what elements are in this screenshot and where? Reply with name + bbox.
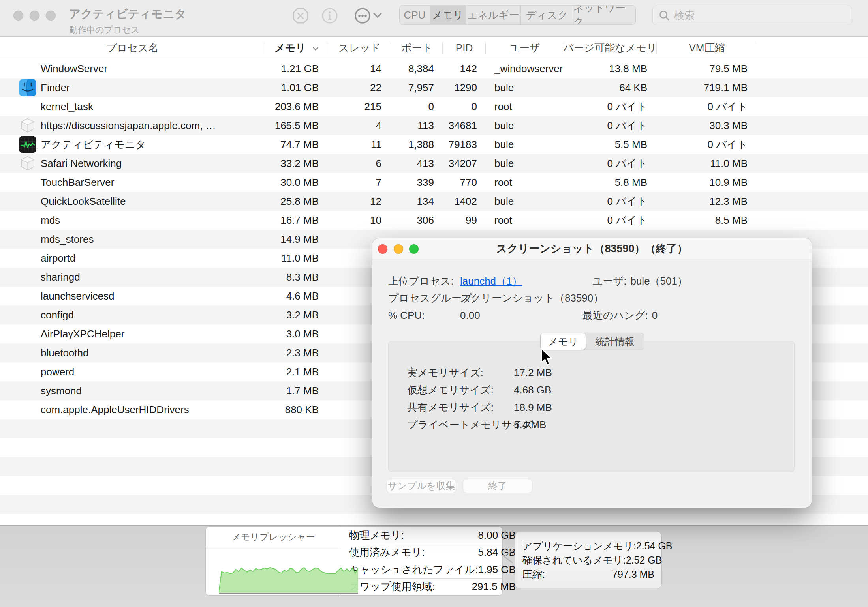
parent-process-link[interactable]: launchd（1） — [460, 275, 522, 287]
dialog-zoom-button[interactable] — [409, 244, 419, 254]
vm-compressed-cell: 0 バイト — [657, 135, 757, 154]
dialog-tab-memory[interactable]: メモリ — [541, 333, 586, 350]
dialog-tab-statistics[interactable]: 統計情報 — [586, 333, 644, 350]
process-row[interactable]: mds16.7 MB1030699root0 バイト8.5 MB — [0, 211, 868, 230]
column-header-user[interactable]: ユーザ — [486, 37, 563, 59]
memory-cell: 3.2 MB — [265, 305, 328, 324]
process-name-cell: WindowServer — [0, 59, 265, 78]
memory-pressure-section: メモリプレッシャー — [206, 527, 341, 595]
user-cell: bule — [486, 116, 563, 135]
web-content-icon — [19, 117, 36, 134]
process-name: configd — [41, 309, 74, 321]
process-name-cell: kernel_task — [0, 97, 265, 116]
toolbar: アクティビティモニタ 動作中のプロセス CPU メモリ エネルギー ディスク ネ… — [0, 0, 868, 37]
real-memory-value: 17.2 MB — [514, 367, 552, 378]
process-row[interactable]: QuickLookSatellite25.8 MB121341402bule0 … — [0, 192, 868, 211]
memory-cell: 4.6 MB — [265, 287, 328, 305]
dialog-close-button[interactable] — [378, 244, 387, 254]
private-memory-value: 5.4 MB — [514, 419, 546, 430]
column-header-pid[interactable]: PID — [443, 37, 486, 59]
column-header-vm-compressed[interactable]: VM圧縮 — [657, 37, 757, 59]
process-name: Finder — [41, 82, 70, 94]
memory-cell: 880 KB — [265, 400, 328, 419]
user-cell: bule — [486, 192, 563, 211]
memory-cell: 2.3 MB — [265, 343, 328, 362]
ports-cell: 8,384 — [391, 59, 443, 78]
vm-compressed-cell: 0 バイト — [657, 97, 757, 116]
process-row[interactable]: kernel_task203.6 MB21500root0 バイト0 バイト — [0, 97, 868, 116]
threads-cell: 10 — [328, 211, 391, 230]
process-name: sysmond — [41, 385, 82, 397]
vm-compressed-cell: 8.5 MB — [657, 211, 757, 230]
tab-memory[interactable]: メモリ — [430, 6, 466, 24]
process-name-cell: com.apple.AppleUserHIDDrivers — [0, 400, 265, 419]
memory-summary-stats: 物理メモリ:8.00 GB 使用済みメモリ:5.84 GB キャッシュされたファ… — [341, 527, 522, 595]
tab-cpu[interactable]: CPU — [400, 6, 430, 24]
process-name: com.apple.AppleUserHIDDrivers — [41, 404, 189, 416]
process-name: アクティビティモニタ — [41, 139, 146, 150]
threads-cell: 14 — [328, 59, 391, 78]
process-name: Safari Networking — [41, 157, 122, 169]
column-header-memory[interactable]: メモリ — [265, 37, 328, 59]
inspect-process-button[interactable] — [321, 7, 338, 24]
column-header-filler — [757, 37, 868, 59]
window-subtitle: 動作中のプロセス — [69, 24, 186, 36]
window-close-button[interactable] — [13, 11, 23, 21]
process-row[interactable]: アクティビティモニタ74.7 MB111,38879183bule5.5 MB0… — [0, 135, 868, 154]
memory-cell: 14.9 MB — [265, 230, 328, 249]
search-input[interactable] — [674, 9, 844, 22]
chevron-down-icon[interactable] — [373, 12, 382, 20]
column-header-ports[interactable]: ポート — [391, 37, 443, 59]
tab-disk[interactable]: ディスク — [520, 6, 573, 24]
user-cell: bule — [486, 78, 563, 97]
process-name-cell: QuickLookSatellite — [0, 192, 265, 211]
memory-cell: 203.6 MB — [265, 97, 328, 116]
column-header-threads[interactable]: スレッド — [328, 37, 391, 59]
window-zoom-button[interactable] — [46, 11, 56, 21]
quit-button[interactable]: 終了 — [463, 479, 532, 493]
user-cell: root — [486, 173, 563, 192]
process-row[interactable]: https://discussionsjapan.apple.com, …165… — [0, 116, 868, 135]
column-header-purgeable-memory[interactable]: パージ可能なメモリ — [563, 37, 657, 59]
purgeable-cell: 0 バイト — [563, 211, 657, 230]
vm-compressed-cell: 719.1 MB — [657, 78, 757, 97]
process-name: WindowServer — [41, 63, 107, 75]
process-name: https://discussionsjapan.apple.com, … — [41, 120, 216, 131]
pid-cell: 79183 — [443, 135, 486, 154]
process-name-cell: Safari Networking — [0, 154, 265, 173]
memory-cell: 3.0 MB — [265, 324, 328, 343]
search-field[interactable] — [652, 6, 852, 25]
process-row[interactable]: Safari Networking33.2 MB641334207bule0 バ… — [0, 154, 868, 173]
user-cell: _windowserver — [486, 59, 563, 78]
dialog-user-field: ユーザ:bule（501） — [592, 275, 691, 287]
pid-cell: 1402 — [443, 192, 486, 211]
process-name: mds_stores — [41, 233, 94, 245]
sample-process-button[interactable]: サンプルを収集 — [387, 479, 456, 493]
memory-pressure-panel: メモリプレッシャー 物理メモリ:8.00 GB 使用済みメモリ:5.84 GB … — [205, 526, 503, 596]
process-name-cell: configd — [0, 305, 265, 324]
pid-cell: 34681 — [443, 116, 486, 135]
vm-compressed-cell: 30.3 MB — [657, 116, 757, 135]
purgeable-cell: 13.8 MB — [563, 59, 657, 78]
process-row[interactable]: WindowServer1.21 GB148,384142_windowserv… — [0, 59, 868, 78]
purgeable-cell: 0 バイト — [563, 154, 657, 173]
tab-network[interactable]: ネットワーク — [573, 6, 635, 24]
process-name: launchservicesd — [41, 290, 114, 302]
column-header-process-name[interactable]: プロセス名 — [0, 37, 265, 59]
process-name-cell: https://discussionsjapan.apple.com, … — [0, 116, 265, 135]
quit-process-button[interactable] — [292, 7, 309, 24]
memory-cell: 74.7 MB — [265, 135, 328, 154]
user-cell: root — [486, 211, 563, 230]
ports-cell: 113 — [391, 116, 443, 135]
vm-compressed-cell: 11.0 MB — [657, 154, 757, 173]
process-row[interactable]: TouchBarServer30.0 MB7339770root5.8 MB10… — [0, 173, 868, 192]
ellipsis-circle-icon — [354, 7, 371, 24]
process-row[interactable]: Finder1.01 GB227,9571290bule64 KB719.1 M… — [0, 78, 868, 97]
purgeable-cell: 5.8 MB — [563, 173, 657, 192]
more-options-button[interactable] — [354, 7, 371, 24]
vm-compressed-cell: 79.5 MB — [657, 59, 757, 78]
cpu-label: % CPU: — [388, 309, 425, 321]
dialog-minimize-button[interactable] — [394, 244, 403, 254]
window-minimize-button[interactable] — [30, 11, 39, 21]
tab-energy[interactable]: エネルギー — [465, 6, 520, 24]
